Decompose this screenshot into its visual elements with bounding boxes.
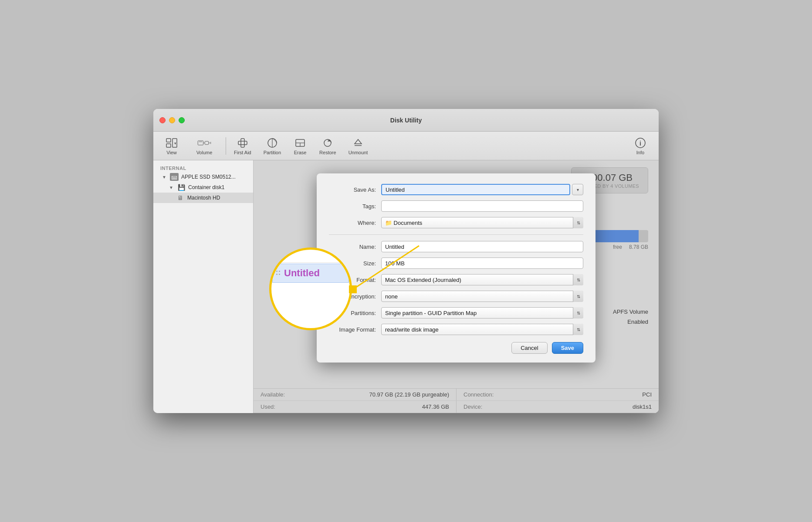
toolbar-info[interactable]: i Info (627, 134, 653, 158)
modal-row-saveas: Save As: ▾ (329, 184, 583, 195)
toolbar-view[interactable]: ▾ View (159, 134, 185, 158)
size-input[interactable] (381, 258, 583, 269)
saveas-input-group: ▾ (381, 184, 583, 195)
partitions-label: Partitions: (329, 310, 381, 316)
modal-row-partitions: Partitions: Single partition - GUID Part… (329, 307, 583, 319)
modal-row-imageformat: Image Format: read/write disk image ⇅ (329, 324, 583, 335)
container-name: Container disk1 (188, 184, 224, 190)
restore-icon (321, 137, 335, 149)
modal-divider-1 (329, 234, 583, 235)
volume-label: Volume (196, 150, 213, 155)
size-label: Size: (329, 260, 381, 267)
partition-label: Partition (264, 150, 281, 155)
info-label: Info (636, 150, 644, 155)
traffic-lights (159, 117, 185, 123)
window-title: Disk Utility (390, 117, 422, 124)
sidebar: Internal ▼ 🖴 APPLE SSD SM0512... ▼ 💾 Con… (153, 160, 254, 413)
saveas-input[interactable] (381, 184, 570, 195)
partitions-select-wrapper: Single partition - GUID Partition Map ⇅ (381, 307, 583, 319)
saveas-dropdown-btn[interactable]: ▾ (572, 184, 583, 195)
imageformat-select-wrapper: read/write disk image ⇅ (381, 324, 583, 335)
close-button[interactable] (159, 117, 166, 123)
encryption-select[interactable]: none (381, 291, 583, 302)
toolbar-unmount[interactable]: Unmount (342, 134, 374, 158)
modal-row-size: Size: (329, 258, 583, 269)
toolbar-restore[interactable]: Restore (313, 134, 342, 158)
volume-name: Macintosh HD (187, 195, 220, 201)
volume-icon: 🖥 (176, 194, 185, 202)
content-area: 500.07 GB SHARED BY 4 VOLUMES free 8.78 … (254, 160, 659, 413)
unmount-icon (351, 137, 365, 149)
view-label: View (166, 150, 177, 155)
disk-icon: 🖴 (170, 173, 179, 181)
firstaid-label: First Aid (234, 150, 251, 155)
svg-rect-1 (166, 144, 171, 147)
svg-rect-10 (241, 139, 244, 147)
imageformat-select[interactable]: read/write disk image (381, 324, 583, 335)
modal-row-name: Name: (329, 241, 583, 252)
svg-rect-11 (238, 141, 247, 145)
imageformat-label: Image Format: (329, 326, 381, 333)
svg-text:i: i (639, 140, 641, 147)
sidebar-item-disk[interactable]: ▼ 🖴 APPLE SSD SM0512... (153, 172, 253, 182)
where-select[interactable]: 📁 Documents (381, 217, 583, 228)
sidebar-item-container[interactable]: ▼ 💾 Container disk1 (153, 182, 253, 193)
format-label: Format: (329, 277, 381, 283)
disk-name: APPLE SSD SM0512... (181, 174, 236, 180)
format-select[interactable]: Mac OS Extended (Journaled) (381, 274, 583, 285)
modal-row-format: Format: Mac OS Extended (Journaled) ⇅ (329, 274, 583, 285)
toolbar-erase[interactable]: Erase (287, 134, 313, 158)
saveas-label: Save As: (329, 186, 381, 193)
where-label: Where: (329, 220, 381, 226)
name-input[interactable] (381, 241, 583, 252)
erase-label: Erase (294, 150, 307, 155)
sidebar-section-internal: Internal (153, 164, 253, 172)
svg-text:▾: ▾ (174, 141, 176, 146)
where-select-wrapper: 📁 Documents ⇅ (381, 217, 583, 228)
format-select-wrapper: Mac OS Extended (Journaled) ⇅ (381, 274, 583, 285)
restore-label: Restore (319, 150, 336, 155)
expand-arrow-container: ▼ (169, 185, 174, 190)
name-label: Name: (329, 244, 381, 250)
expand-arrow-disk: ▼ (162, 175, 167, 180)
toolbar: ▾ View Volume (153, 132, 659, 160)
unmount-label: Unmount (348, 150, 368, 155)
modal-buttons: Cancel Save (329, 342, 583, 354)
svg-rect-4 (198, 141, 203, 145)
save-dialog: Save As: ▾ Tags: Where: (317, 173, 595, 363)
tags-input[interactable] (381, 200, 583, 212)
partition-icon (265, 137, 279, 149)
toolbar-firstaid[interactable]: First Aid (228, 134, 257, 158)
svg-rect-0 (166, 139, 171, 142)
sidebar-item-macintoshhd[interactable]: 🖥 Macintosh HD (153, 193, 253, 203)
encryption-select-wrapper: none ⇅ (381, 291, 583, 302)
tags-label: Tags: (329, 203, 381, 210)
svg-rect-6 (205, 141, 209, 144)
encryption-label: Encryption: (329, 293, 381, 300)
modal-overlay: Save As: ▾ Tags: Where: (254, 160, 659, 413)
firstaid-icon (236, 137, 250, 149)
modal-row-tags: Tags: (329, 200, 583, 212)
modal-row-where: Where: 📁 Documents ⇅ (329, 217, 583, 228)
minimize-button[interactable] (169, 117, 175, 123)
toolbar-volume[interactable]: Volume (185, 134, 224, 158)
container-icon: 💾 (177, 183, 186, 191)
erase-icon (293, 137, 307, 149)
maximize-button[interactable] (179, 117, 185, 123)
modal-row-encryption: Encryption: none ⇅ (329, 291, 583, 302)
svg-marker-18 (355, 139, 362, 144)
volume-icon (197, 137, 211, 149)
main-window: Disk Utility ▾ View (153, 109, 659, 413)
titlebar: Disk Utility (153, 109, 659, 132)
cancel-button[interactable]: Cancel (511, 342, 547, 354)
view-icon: ▾ (165, 137, 179, 149)
main-area: Internal ▼ 🖴 APPLE SSD SM0512... ▼ 💾 Con… (153, 160, 659, 413)
toolbar-separator-1 (226, 137, 226, 155)
toolbar-partition[interactable]: Partition (257, 134, 287, 158)
save-button[interactable]: Save (552, 342, 583, 354)
partitions-select[interactable]: Single partition - GUID Partition Map (381, 307, 583, 319)
info-icon: i (633, 137, 647, 149)
